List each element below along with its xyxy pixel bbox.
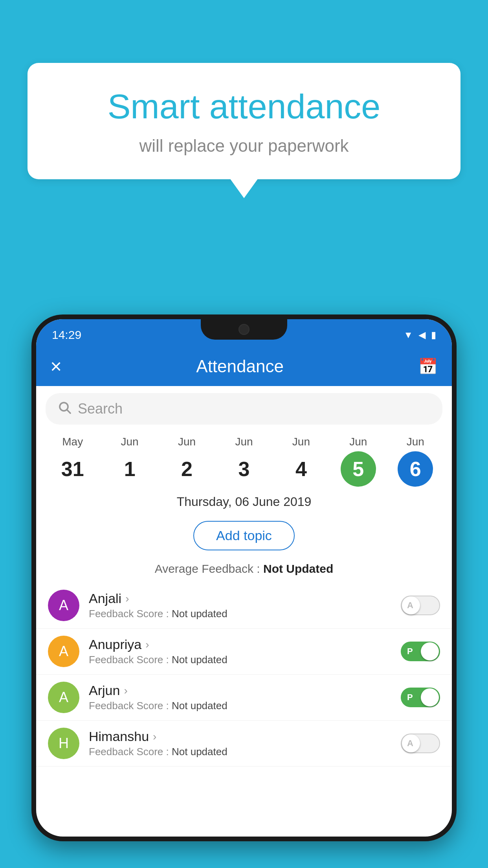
cal-month-label: Jun bbox=[407, 436, 424, 448]
student-list: AAnjali ›Feedback Score : Not updatedAAA… bbox=[36, 583, 452, 837]
student-info: Anjali ›Feedback Score : Not updated bbox=[89, 591, 401, 620]
add-topic-button[interactable]: Add topic bbox=[193, 521, 295, 550]
toggle-switch[interactable]: P bbox=[401, 642, 440, 661]
speech-bubble-subtitle: will replace your paperwork bbox=[51, 136, 437, 156]
cal-month-label: Jun bbox=[292, 436, 310, 448]
toggle-switch[interactable]: A bbox=[401, 734, 440, 753]
attendance-toggle[interactable]: P bbox=[401, 642, 440, 661]
feedback-score: Feedback Score : Not updated bbox=[89, 700, 401, 712]
chevron-icon: › bbox=[153, 730, 156, 743]
wifi-icon: ▼ bbox=[404, 329, 413, 340]
svg-line-1 bbox=[67, 410, 70, 413]
cal-month-label: Jun bbox=[121, 436, 139, 448]
calendar-day[interactable]: Jun5 bbox=[341, 436, 376, 487]
phone-frame: 14:29 ▼ ◀ ▮ × Attendance 📅 bbox=[31, 314, 457, 841]
student-item[interactable]: AArjun ›Feedback Score : Not updatedP bbox=[36, 675, 452, 721]
toggle-switch[interactable]: P bbox=[401, 688, 440, 707]
student-info: Arjun ›Feedback Score : Not updated bbox=[89, 683, 401, 712]
toggle-thumb bbox=[421, 642, 439, 660]
avg-feedback-value: Not Updated bbox=[263, 562, 333, 575]
cal-month-label: May bbox=[62, 436, 83, 448]
feedback-score: Feedback Score : Not updated bbox=[89, 746, 401, 758]
attendance-toggle[interactable]: A bbox=[401, 734, 440, 753]
status-time: 14:29 bbox=[52, 328, 81, 342]
feedback-score: Feedback Score : Not updated bbox=[89, 608, 401, 620]
calendar-day[interactable]: Jun6 bbox=[398, 436, 433, 487]
header-title: Attendance bbox=[196, 357, 284, 376]
student-avatar: A bbox=[48, 682, 79, 713]
signal-icon: ◀ bbox=[418, 329, 426, 340]
attendance-toggle[interactable]: A bbox=[401, 596, 440, 615]
cal-month-label: Jun bbox=[235, 436, 253, 448]
calendar-day[interactable]: Jun4 bbox=[283, 436, 319, 487]
student-name: Himanshu › bbox=[89, 729, 401, 744]
speech-bubble-title: Smart attendance bbox=[51, 86, 437, 127]
toggle-label: A bbox=[407, 738, 413, 748]
phone-screen: 14:29 ▼ ◀ ▮ × Attendance 📅 bbox=[36, 319, 452, 837]
speech-bubble: Smart attendance will replace your paper… bbox=[28, 63, 460, 179]
chevron-icon: › bbox=[145, 638, 149, 651]
student-avatar: H bbox=[48, 728, 79, 759]
search-placeholder: Search bbox=[78, 401, 123, 417]
calendar-day[interactable]: Jun1 bbox=[112, 436, 147, 487]
average-feedback: Average Feedback : Not Updated bbox=[36, 562, 452, 576]
calendar-day[interactable]: Jun2 bbox=[169, 436, 205, 487]
student-name: Anupriya › bbox=[89, 637, 401, 652]
cal-month-label: Jun bbox=[349, 436, 367, 448]
student-name: Arjun › bbox=[89, 683, 401, 698]
student-item[interactable]: AAnjali ›Feedback Score : Not updatedA bbox=[36, 583, 452, 629]
avg-feedback-label: Average Feedback : bbox=[155, 562, 260, 575]
phone-container: 14:29 ▼ ◀ ▮ × Attendance 📅 bbox=[31, 314, 457, 868]
toggle-thumb bbox=[421, 688, 439, 706]
chevron-icon: › bbox=[124, 684, 127, 697]
cal-month-label: Jun bbox=[178, 436, 196, 448]
calendar-day[interactable]: May31 bbox=[55, 436, 90, 487]
student-info: Anupriya ›Feedback Score : Not updated bbox=[89, 637, 401, 666]
cal-day-number: 31 bbox=[55, 451, 90, 487]
toggle-switch[interactable]: A bbox=[401, 596, 440, 615]
cal-day-number: 3 bbox=[226, 451, 262, 487]
calendar-icon[interactable]: 📅 bbox=[418, 357, 438, 376]
cal-day-number: 4 bbox=[283, 451, 319, 487]
search-icon bbox=[57, 400, 72, 418]
status-icons: ▼ ◀ ▮ bbox=[404, 329, 436, 340]
student-item[interactable]: HHimanshu ›Feedback Score : Not updatedA bbox=[36, 721, 452, 767]
cal-day-number: 6 bbox=[398, 451, 433, 487]
search-bar[interactable]: Search bbox=[46, 393, 442, 425]
toggle-label: P bbox=[407, 692, 413, 702]
calendar-strip: May31Jun1Jun2Jun3Jun4Jun5Jun6 bbox=[36, 432, 452, 487]
student-avatar: A bbox=[48, 590, 79, 621]
phone-camera bbox=[238, 324, 250, 335]
student-name: Anjali › bbox=[89, 591, 401, 606]
toggle-label: P bbox=[407, 646, 413, 657]
bubble-tail bbox=[230, 178, 258, 198]
chevron-icon: › bbox=[125, 592, 129, 605]
speech-bubble-container: Smart attendance will replace your paper… bbox=[28, 63, 460, 198]
selected-date: Thursday, 06 June 2019 bbox=[36, 495, 452, 509]
cal-day-number: 2 bbox=[169, 451, 205, 487]
student-info: Himanshu ›Feedback Score : Not updated bbox=[89, 729, 401, 758]
attendance-toggle[interactable]: P bbox=[401, 688, 440, 707]
cal-day-number: 1 bbox=[112, 451, 147, 487]
close-button[interactable]: × bbox=[50, 355, 62, 378]
calendar-day[interactable]: Jun3 bbox=[226, 436, 262, 487]
student-avatar: A bbox=[48, 636, 79, 667]
student-item[interactable]: AAnupriya ›Feedback Score : Not updatedP bbox=[36, 629, 452, 675]
feedback-score: Feedback Score : Not updated bbox=[89, 654, 401, 666]
cal-day-number: 5 bbox=[341, 451, 376, 487]
toggle-label: A bbox=[407, 600, 413, 611]
battery-icon: ▮ bbox=[431, 329, 436, 340]
app-header: × Attendance 📅 bbox=[36, 347, 452, 386]
